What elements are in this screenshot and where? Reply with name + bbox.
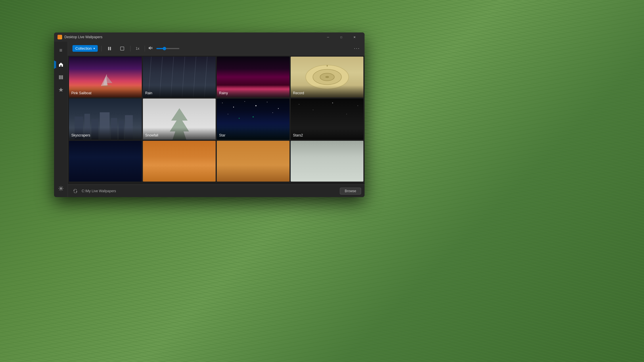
app-icon xyxy=(57,35,62,39)
item-label-pink-sailboat: Pink Sailboat xyxy=(69,85,142,97)
window-body: ≡ xyxy=(54,42,365,197)
wallpaper-item-record[interactable]: Record xyxy=(291,57,363,97)
svg-rect-2 xyxy=(62,75,63,79)
wallpaper-grid-container[interactable]: Pink Sailboat xyxy=(68,55,365,184)
wallpaper-item-rainy[interactable]: Rainy xyxy=(217,57,290,97)
svg-rect-6 xyxy=(110,47,111,50)
home-icon xyxy=(58,62,64,67)
chevron-down-icon: ▾ xyxy=(93,47,95,50)
library-icon xyxy=(58,75,64,80)
wallpaper-item-row3-2[interactable] xyxy=(143,141,216,182)
toolbar-separator-1 xyxy=(101,46,101,51)
star-icon xyxy=(58,87,64,93)
sidebar-settings-button[interactable] xyxy=(55,183,67,194)
item-label-skyscrapers: Skyscrapers xyxy=(69,128,142,140)
close-button[interactable]: ✕ xyxy=(348,32,361,42)
svg-rect-0 xyxy=(59,75,60,79)
toolbar: Collection ▾ 1x xyxy=(68,42,365,55)
item-label-star: Star xyxy=(217,128,290,140)
pause-button[interactable] xyxy=(105,44,114,53)
toolbar-separator-2 xyxy=(130,46,131,51)
sidebar-item-library[interactable] xyxy=(55,72,67,83)
wallpaper-item-snowfall[interactable]: Snowfall xyxy=(143,99,216,139)
titlebar: Desktop Live Wallpapers ─ □ ✕ xyxy=(54,32,365,42)
window-title: Desktop Live Wallpapers xyxy=(64,35,321,39)
main-content: Collection ▾ 1x xyxy=(68,42,365,197)
square-icon xyxy=(120,47,124,51)
app-window: Desktop Live Wallpapers ─ □ ✕ ≡ xyxy=(54,32,365,197)
svg-rect-5 xyxy=(108,47,109,50)
svg-rect-7 xyxy=(120,47,124,50)
sidebar-menu-button[interactable]: ≡ xyxy=(55,45,67,56)
item-label-record: Record xyxy=(291,85,363,97)
wallpaper-item-pink-sailboat[interactable]: Pink Sailboat xyxy=(69,57,142,97)
mute-button[interactable] xyxy=(148,46,153,51)
item-label-snowfall: Snowfall xyxy=(143,128,216,140)
item-label-rain: Rain xyxy=(143,85,216,97)
svg-rect-1 xyxy=(60,75,62,79)
wallpaper-item-rain[interactable]: Rain xyxy=(143,57,216,97)
item-label-stars2: Stars2 xyxy=(291,128,363,140)
path-input[interactable] xyxy=(82,189,338,193)
collection-label: Collection xyxy=(75,46,92,51)
restore-button[interactable]: □ xyxy=(335,32,348,42)
sidebar: ≡ xyxy=(54,42,68,197)
settings-icon xyxy=(58,186,64,191)
volume-thumb xyxy=(163,47,166,50)
minimize-button[interactable]: ─ xyxy=(321,32,335,42)
wallpaper-item-row3-3[interactable] xyxy=(217,141,290,182)
wallpaper-item-skyscrapers[interactable]: Skyscrapers xyxy=(69,99,142,139)
bottom-bar: Browse xyxy=(68,184,365,197)
more-options-button[interactable]: ··· xyxy=(354,45,360,51)
speed-button[interactable]: 1x xyxy=(134,45,141,52)
refresh-icon xyxy=(73,189,77,193)
toolbar-separator-3 xyxy=(145,46,145,51)
wallpaper-item-row3-1[interactable] xyxy=(69,141,142,182)
collection-dropdown[interactable]: Collection ▾ xyxy=(72,45,98,52)
pause-icon xyxy=(108,47,112,51)
sidebar-item-home[interactable] xyxy=(55,59,67,70)
window-controls: ─ □ ✕ xyxy=(321,32,361,42)
wallpaper-item-row3-4[interactable] xyxy=(291,141,363,182)
item-label-rainy: Rainy xyxy=(217,85,290,97)
sidebar-item-favorites[interactable] xyxy=(55,84,67,96)
wallpaper-grid: Pink Sailboat xyxy=(69,57,363,182)
mute-icon xyxy=(148,46,153,50)
wallpaper-item-stars2[interactable]: Stars2 xyxy=(291,99,363,139)
svg-point-3 xyxy=(60,188,62,189)
refresh-button[interactable] xyxy=(71,187,79,195)
volume-slider[interactable] xyxy=(156,48,179,49)
square-button[interactable] xyxy=(118,44,127,53)
wallpaper-item-star[interactable]: Star xyxy=(217,99,290,139)
browse-button[interactable]: Browse xyxy=(340,188,361,195)
